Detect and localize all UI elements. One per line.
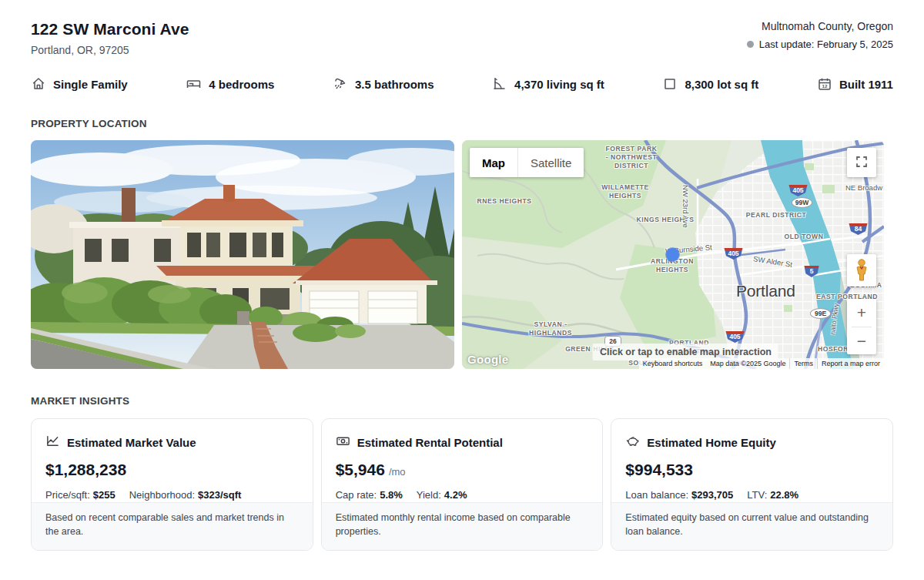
stat-label: Built 1911 xyxy=(839,78,893,91)
card-title: Estimated Rental Potential xyxy=(357,436,503,449)
stat-label: 4 bedrooms xyxy=(209,78,274,91)
or99e-shield-icon: 99E xyxy=(810,308,831,319)
lot-square-icon xyxy=(662,76,678,92)
card-footnote: Based on recent comparable sales and mar… xyxy=(32,502,313,550)
map-attribution: Keyboard shortcuts Map data ©2025 Google… xyxy=(639,358,884,369)
insight-cards-row: Estimated Market Value $1,288,238 Price/… xyxy=(31,418,893,551)
stat-label: 3.5 bathrooms xyxy=(355,78,434,91)
stat-property-type: Single Family xyxy=(31,76,128,92)
stat-bathrooms: 3.5 bathrooms xyxy=(333,76,434,92)
map-label-pearl-district: PEARL DISTRICT xyxy=(725,211,827,220)
last-update: Last update: February 5, 2025 xyxy=(747,39,893,50)
home-equity-card: Estimated Home Equity $994,533 Loan bala… xyxy=(611,418,893,551)
address-subtitle: Portland, OR, 97205 xyxy=(31,44,189,56)
keyboard-shortcuts-link[interactable]: Keyboard shortcuts xyxy=(639,358,707,369)
map-type-satellite-button[interactable]: Satellite xyxy=(517,148,584,177)
terms-link[interactable]: Terms xyxy=(789,358,817,369)
metric-1: Price/sqft:$255 xyxy=(45,489,116,501)
status-dot-icon xyxy=(747,41,754,48)
report-map-error-link[interactable]: Report a map error xyxy=(817,358,884,369)
zoom-out-button[interactable]: − xyxy=(847,327,876,355)
header: 122 SW Marconi Ave Portland, OR, 97205 M… xyxy=(31,20,893,56)
zoom-in-button[interactable]: + xyxy=(847,299,876,327)
map-label-nw-23rd: NW 23rd Ave xyxy=(681,185,690,228)
header-right: Multnomah County, Oregon Last update: Fe… xyxy=(747,20,893,50)
section-title-insights: MARKET INSIGHTS xyxy=(31,395,893,407)
svg-text:12: 12 xyxy=(822,83,827,89)
stat-label: 8,300 lot sq ft xyxy=(685,78,758,91)
metric-2: LTV:22.8% xyxy=(747,489,798,501)
stat-label: Single Family xyxy=(53,78,128,91)
home-icon xyxy=(31,76,46,92)
map-label-kings-heights: KINGS HEIGHTS xyxy=(625,216,705,224)
area-ruler-icon xyxy=(492,76,507,92)
market-value-card: Estimated Market Value $1,288,238 Price/… xyxy=(31,418,313,551)
fullscreen-button[interactable] xyxy=(847,148,876,177)
property-marker[interactable] xyxy=(666,248,679,261)
card-title: Estimated Market Value xyxy=(67,436,196,449)
map-label-sylvan-highlands: SYLVAN - HIGHLANDS xyxy=(508,320,593,337)
rental-potential-card: Estimated Rental Potential $5,946/mo Cap… xyxy=(321,418,604,551)
map-label-portland-city: Portland xyxy=(736,282,795,300)
piggy-bank-icon xyxy=(625,434,640,451)
location-media-row: FOREST PARK - NORTHWEST DISTRICT WILLAME… xyxy=(31,140,893,369)
page-title: 122 SW Marconi Ave xyxy=(31,20,189,39)
card-value-suffix: /mo xyxy=(389,466,406,478)
map-label-barnes-heights: RNES HEIGHTS xyxy=(462,197,550,206)
section-title-location: PROPERTY LOCATION xyxy=(31,118,893,129)
property-photo xyxy=(31,140,454,369)
map-label-forest-park: FOREST PARK - NORTHWEST DISTRICT xyxy=(584,145,679,170)
bed-icon xyxy=(186,76,202,92)
pegman-streetview-control[interactable] xyxy=(847,254,876,287)
card-footnote: Estimated equity based on current value … xyxy=(611,502,892,550)
map-label-old-town: OLD TOWN xyxy=(765,233,842,241)
calendar-icon: 12 xyxy=(817,76,832,92)
stat-lot-size: 8,300 lot sq ft xyxy=(662,76,758,92)
card-value: $1,288,238 xyxy=(45,461,126,479)
property-photo-illustration xyxy=(31,140,454,369)
map-type-control: Map Satellite xyxy=(470,148,584,177)
pegman-icon xyxy=(853,258,870,283)
banknote-icon xyxy=(336,434,350,451)
stat-year-built: 12 Built 1911 xyxy=(817,76,893,92)
or99w-shield-icon: 99W xyxy=(792,197,812,208)
stat-bedrooms: 4 bedrooms xyxy=(186,76,274,92)
map-type-map-button[interactable]: Map xyxy=(470,148,517,177)
shower-icon xyxy=(333,76,348,92)
header-left: 122 SW Marconi Ave Portland, OR, 97205 xyxy=(31,20,189,56)
card-value: $994,533 xyxy=(625,461,693,479)
property-page: 122 SW Marconi Ave Portland, OR, 97205 M… xyxy=(0,0,924,580)
stat-living-area: 4,370 living sq ft xyxy=(492,76,604,92)
card-footnote: Estimated monthly rental income based on… xyxy=(322,502,603,550)
property-stats-row: Single Family 4 bedrooms 3.5 bathrooms 4… xyxy=(31,76,893,92)
google-logo[interactable]: Google xyxy=(467,353,508,366)
map-label-willamette-heights: WILLAMETTE HEIGHTS xyxy=(579,183,671,200)
card-title: Estimated Home Equity xyxy=(647,436,776,449)
card-value: $5,946 xyxy=(336,461,385,479)
stat-label: 4,370 living sq ft xyxy=(514,78,604,91)
line-chart-icon xyxy=(45,434,60,451)
county-label: Multnomah County, Oregon xyxy=(747,20,893,32)
property-map[interactable]: FOREST PARK - NORTHWEST DISTRICT WILLAME… xyxy=(462,140,884,369)
zoom-control: + − xyxy=(847,299,876,354)
map-label-ne-broadway: NE Broadw xyxy=(845,183,882,192)
metric-2: Neighborhood:$323/sqft xyxy=(129,489,242,501)
map-data-label: Map data ©2025 Google xyxy=(706,358,789,369)
last-update-label: Last update: February 5, 2025 xyxy=(759,39,893,50)
metric-2: Yield:4.2% xyxy=(417,489,467,501)
metric-1: Loan balance:$293,705 xyxy=(625,489,733,501)
fullscreen-icon xyxy=(855,155,869,171)
metric-1: Cap rate:5.8% xyxy=(336,489,403,501)
